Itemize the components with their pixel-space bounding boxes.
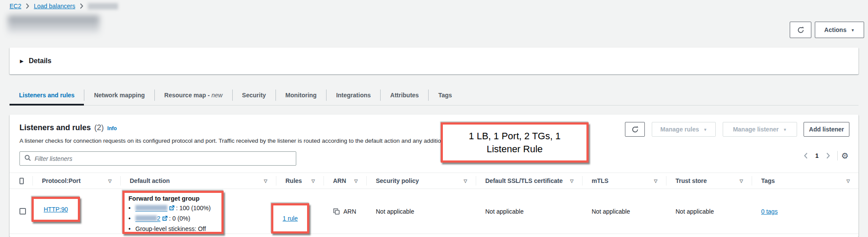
- rules-link[interactable]: 1 rule: [282, 215, 298, 222]
- column-header-mtls[interactable]: mTLS▽: [582, 173, 666, 189]
- column-header-security-policy[interactable]: Security policy▽: [366, 173, 476, 189]
- panel-description: A listener checks for connection request…: [19, 138, 464, 144]
- details-expander[interactable]: ▶ Details: [20, 57, 51, 65]
- bullet-icon: •: [128, 213, 135, 224]
- target-group-2-link[interactable]: 2: [135, 215, 160, 222]
- annotation-note: 1 LB, 1 Port, 2 TGs, 1 Listener Rule: [441, 122, 589, 163]
- breadcrumb-ec2-link[interactable]: EC2: [10, 3, 21, 10]
- arn-label: ARN: [343, 208, 356, 215]
- actions-button-label: Actions: [824, 26, 846, 33]
- filter-listeners-input[interactable]: [35, 155, 291, 162]
- tags-cell: 0 tags: [752, 189, 858, 234]
- target-group-2-name-visible: 2: [157, 213, 160, 224]
- annotation-box-default-action: Forward to target group • : 100 (100%) •…: [122, 191, 224, 234]
- ssl-certificate-cell: Not applicable: [476, 189, 582, 234]
- actions-button[interactable]: Actions ▼: [815, 22, 864, 38]
- copy-icon[interactable]: [333, 208, 340, 215]
- sort-icon: ▽: [654, 179, 657, 183]
- target-group-1-weight: : 100 (100%): [176, 203, 211, 213]
- tab-tags[interactable]: Tags: [429, 85, 461, 106]
- chevron-down-icon: ▼: [851, 29, 855, 32]
- row-checkbox[interactable]: [19, 208, 26, 215]
- panel-title: Listeners and rules: [19, 123, 91, 132]
- search-icon: [24, 154, 31, 163]
- select-all-checkbox-cell: [10, 173, 32, 189]
- add-listener-button[interactable]: Add listener: [804, 122, 849, 137]
- annotation-note-line1: 1 LB, 1 Port, 2 TGs, 1: [469, 130, 561, 143]
- pagination-divider: [837, 151, 838, 160]
- chevron-down-icon: ▼: [783, 128, 787, 132]
- aws-console-page: { "breadcrumb": { "ec2": "EC2", "load_ba…: [0, 0, 868, 237]
- tab-monitoring[interactable]: Monitoring: [276, 85, 326, 106]
- stickiness-label: Group-level stickiness: Off: [135, 224, 206, 234]
- previous-page-icon[interactable]: [800, 149, 811, 162]
- sort-icon: ▽: [108, 179, 112, 183]
- stickiness-item: • Group-level stickiness: Off: [128, 224, 219, 234]
- target-group-2-weight: : 0 (0%): [169, 213, 190, 224]
- gear-icon[interactable]: ⚙: [841, 152, 849, 160]
- table-header-row: Protocol:Port▽ Default action▽ Rules▽ AR…: [10, 173, 858, 189]
- breadcrumb-current-redacted: [88, 3, 118, 10]
- trust-store-cell: Not applicable: [666, 189, 752, 234]
- page-title-redacted: [8, 16, 99, 34]
- target-group-1-link[interactable]: [135, 205, 167, 211]
- arn-cell: ARN: [323, 189, 366, 234]
- expand-triangle-icon: ▶: [20, 58, 23, 64]
- tab-listeners-and-rules[interactable]: Listeners and rules: [10, 85, 84, 106]
- sort-icon: ▽: [740, 179, 743, 183]
- sort-icon: ▽: [354, 179, 358, 183]
- next-page-icon[interactable]: [823, 149, 834, 162]
- tab-network-mapping[interactable]: Network mapping: [84, 85, 154, 106]
- breadcrumb: EC2 Load balancers: [10, 2, 118, 10]
- column-header-protocol-port[interactable]: Protocol:Port▽: [32, 173, 120, 189]
- breadcrumb-chevron-icon: [80, 3, 83, 9]
- sort-icon: ▽: [264, 179, 267, 183]
- row-checkbox-cell: [10, 189, 32, 234]
- column-header-rules[interactable]: Rules▽: [276, 173, 323, 189]
- bullet-icon: •: [128, 224, 135, 234]
- info-link[interactable]: Info: [107, 125, 117, 131]
- column-header-trust-store[interactable]: Trust store▽: [666, 173, 752, 189]
- forward-action-title: Forward to target group: [128, 194, 219, 203]
- page-number[interactable]: 1: [811, 152, 823, 159]
- target-group-2-name-redacted: [135, 215, 157, 221]
- listener-protocol-link[interactable]: HTTP:90: [44, 206, 68, 213]
- target-group-1-name-redacted: [135, 205, 167, 211]
- refresh-icon: [797, 26, 804, 34]
- breadcrumb-chevron-icon: [26, 3, 29, 9]
- page-refresh-button[interactable]: [790, 22, 811, 38]
- bullet-icon: •: [128, 203, 135, 213]
- pagination: 1 ⚙: [800, 149, 849, 162]
- details-section: ▶ Details: [10, 48, 858, 74]
- external-link-icon[interactable]: [162, 215, 168, 221]
- panel-header: Listeners and rules (2) Info: [19, 123, 117, 132]
- column-header-ssl-certificate[interactable]: Default SSL/TLS certificate▽: [476, 173, 582, 189]
- target-group-item: • 2 : 0 (0%): [128, 213, 219, 224]
- tab-resource-map[interactable]: Resource map - new: [155, 85, 232, 106]
- tab-attributes[interactable]: Attributes: [381, 85, 428, 106]
- panel-count: (2): [94, 123, 104, 132]
- target-group-item: • : 100 (100%): [128, 203, 219, 213]
- annotation-box-protocol: HTTP:90: [32, 197, 80, 222]
- listeners-refresh-button[interactable]: [625, 122, 645, 137]
- manage-listener-button[interactable]: Manage listener ▼: [723, 122, 797, 137]
- column-header-default-action[interactable]: Default action▽: [120, 173, 276, 189]
- details-label: Details: [29, 57, 51, 65]
- column-header-tags[interactable]: Tags▽: [752, 173, 858, 189]
- annotation-note-line2: Listener Rule: [487, 143, 543, 156]
- tab-bar: Listeners and rules Network mapping Reso…: [0, 85, 868, 106]
- sort-icon: ▽: [846, 179, 850, 183]
- select-all-checkbox[interactable]: [19, 178, 24, 184]
- sort-icon: ▽: [311, 179, 315, 183]
- external-link-icon[interactable]: [169, 205, 175, 211]
- tags-link[interactable]: 0 tags: [761, 208, 778, 215]
- chevron-down-icon: ▼: [703, 128, 707, 132]
- annotation-box-rules: 1 rule: [271, 203, 309, 234]
- tab-integrations[interactable]: Integrations: [327, 85, 380, 106]
- tab-security[interactable]: Security: [233, 85, 275, 106]
- filter-container: [19, 151, 296, 166]
- sort-icon: ▽: [570, 179, 573, 183]
- breadcrumb-load-balancers-link[interactable]: Load balancers: [34, 3, 75, 10]
- column-header-arn[interactable]: ARN▽: [323, 173, 366, 189]
- manage-rules-button[interactable]: Manage rules ▼: [652, 122, 716, 137]
